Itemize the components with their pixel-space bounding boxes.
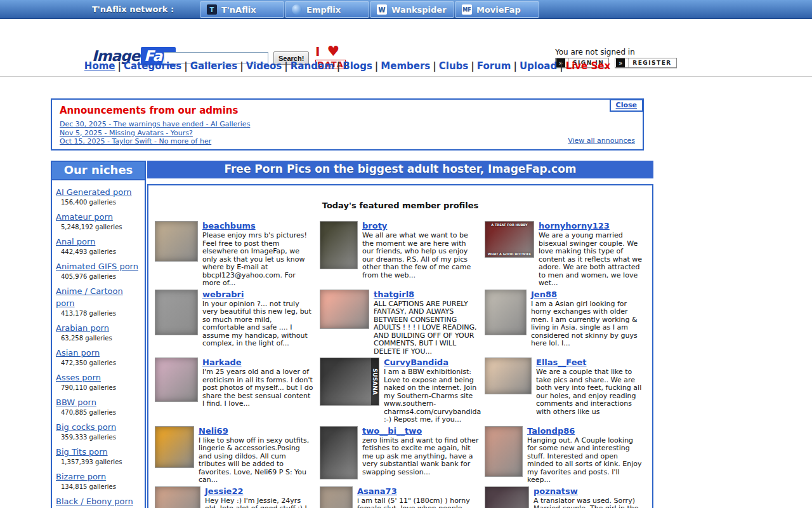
niche-link[interactable]: Big cocks porn <box>56 422 116 432</box>
niche-gallery-count: 359,333 galleries <box>61 434 142 441</box>
niche-link[interactable]: Asses porn <box>56 373 101 382</box>
announcement-link[interactable]: Nov 5, 2025 - Missing Avatars - Yours? <box>60 129 193 138</box>
niche-link[interactable]: Asian porn <box>56 348 100 358</box>
announcement-link[interactable]: Oct 15, 2025 - Taylor Swift - No more of… <box>60 137 211 146</box>
network-site-button[interactable]: MF MovieFap <box>455 1 539 18</box>
niche-gallery-count: 790,110 galleries <box>61 384 142 391</box>
nav-link-videos[interactable]: Videos <box>246 60 282 72</box>
heart-icon: ♥ <box>327 43 341 59</box>
nav-link-categories[interactable]: Categories <box>124 60 181 72</box>
featured-profile-card: Talondp86 Hanging out. A Couple looking … <box>485 424 648 485</box>
nav-separator: | <box>430 60 438 72</box>
nav-separator: | <box>334 60 343 72</box>
profile-username-link[interactable]: two__bi__two <box>362 426 422 436</box>
niche-gallery-count: 413,178 galleries <box>61 310 142 317</box>
nav-link-home[interactable]: Home <box>84 60 115 72</box>
niche-item: Bizarre porn 134,815 galleries <box>56 470 142 490</box>
profile-thumbnail[interactable] <box>485 426 523 477</box>
main-nav: Home|Categories|Galleries|Videos|Random|… <box>51 60 644 72</box>
network-bar-label: T'nAflix network : <box>92 4 174 14</box>
profile-thumbnail[interactable] <box>485 486 529 508</box>
niche-link[interactable]: Animated GIFS porn <box>56 262 138 271</box>
profile-username-link[interactable]: broty <box>362 221 387 231</box>
niche-item: Arabian porn 63,258 galleries <box>56 321 142 342</box>
profile-username-link[interactable]: Asana73 <box>357 486 397 496</box>
profile-thumbnail[interactable] <box>320 426 358 479</box>
niche-link[interactable]: AI Generated porn <box>56 187 132 197</box>
nav-link-members[interactable]: Members <box>381 60 430 72</box>
profile-thumbnail[interactable] <box>155 486 200 508</box>
profile-username-link[interactable]: webrabri <box>202 290 244 299</box>
profile-username-link[interactable]: Ellas__Feet <box>536 358 587 367</box>
featured-profile-card: thatgirl8 ALL CAPTIONS ARE PURELY FANTAS… <box>320 288 483 356</box>
niche-link[interactable]: Arabian porn <box>56 323 109 333</box>
profile-thumbnail[interactable] <box>155 221 198 262</box>
niche-link[interactable]: Big Tits porn <box>56 447 108 457</box>
nav-link-live-sex[interactable]: Live Sex <box>566 60 611 72</box>
nav-link-upload[interactable]: Upload <box>520 60 557 72</box>
profile-username-link[interactable]: Talondp86 <box>527 426 575 436</box>
nav-link-blogs[interactable]: Blogs <box>343 60 372 72</box>
niches-sidebar: Our niches AI Generated porn 156,400 gal… <box>51 161 146 508</box>
profile-thumbnail[interactable] <box>485 290 527 335</box>
niche-link[interactable]: Bizarre porn <box>56 472 106 481</box>
profile-username-link[interactable]: Neli69 <box>199 426 228 436</box>
nav-link-random[interactable]: Random <box>291 60 334 72</box>
niche-link[interactable]: Anal porn <box>56 237 95 246</box>
featured-profile-card: Harkade I'm 25 years old and a lover of … <box>155 356 318 408</box>
profile-username-link[interactable]: poznatsw <box>534 486 578 496</box>
network-site-button[interactable]: Empflix <box>285 1 369 18</box>
thumbnail-caption: SUSANA <box>371 358 379 405</box>
nav-link-clubs[interactable]: Clubs <box>439 60 469 72</box>
profile-thumbnail[interactable] <box>320 486 353 508</box>
nav-link-forum[interactable]: Forum <box>477 60 511 72</box>
profile-thumbnail[interactable] <box>320 221 358 269</box>
network-site-button[interactable]: T T'nAflix <box>200 1 284 18</box>
moviefap-icon: MF <box>462 4 472 15</box>
profiles-grid: beachbums Please enjoy mrs b's pictures!… <box>155 219 652 508</box>
profile-thumbnail[interactable] <box>485 358 532 394</box>
profile-username-link[interactable]: Jessie22 <box>205 486 244 496</box>
profile-thumbnail[interactable] <box>155 426 194 468</box>
announcements-close-button[interactable]: Close <box>611 100 642 110</box>
profile-thumbnail[interactable] <box>155 290 198 335</box>
profile-thumbnail[interactable]: SUSANA <box>320 358 379 406</box>
announcement-links: Dec 30, 2025 - The warnings have ended -… <box>60 120 643 146</box>
profile-username-link[interactable]: beachbums <box>202 221 256 231</box>
network-site-buttons: T T'nAflix Empflix W Wankspider MF Movie… <box>200 1 539 18</box>
featured-profile-card: Jen88 I am a Asian girl looking for horn… <box>485 288 648 348</box>
niche-item: Big cocks porn 359,333 galleries <box>56 420 142 441</box>
niche-item: Asses porn 790,110 galleries <box>56 371 142 391</box>
niche-link[interactable]: Amateur porn <box>56 212 113 222</box>
profile-thumbnail[interactable] <box>320 290 369 329</box>
profile-username-link[interactable]: Harkade <box>202 358 242 367</box>
announcements-title: Announcements from our admins <box>60 105 643 116</box>
nav-separator: | <box>115 60 124 72</box>
profile-thumbnail[interactable] <box>155 358 198 402</box>
niche-gallery-count: 470,885 galleries <box>61 409 142 416</box>
niche-gallery-count: 156,400 galleries <box>61 199 142 206</box>
profile-thumbnail[interactable]: A TREAT FOR HUBBYWHAT A GOOD HOTWIFE <box>485 221 534 258</box>
nav-link-galleries[interactable]: Galleries <box>190 60 238 72</box>
niche-item: AI Generated porn 156,400 galleries <box>56 185 142 206</box>
featured-profile-card: webrabri In your opinion ?... not truly … <box>155 288 318 348</box>
profile-username-link[interactable]: Jen88 <box>531 290 557 299</box>
empflix-icon <box>292 4 302 15</box>
niche-gallery-count: 442,493 galleries <box>61 248 142 255</box>
niche-link[interactable]: BBW porn <box>56 398 96 407</box>
niche-link[interactable]: Anime / Cartoon porn <box>56 286 123 308</box>
profile-username-link[interactable]: thatgirl8 <box>374 290 414 299</box>
network-site-button[interactable]: W Wankspider <box>370 1 454 18</box>
nav-separator: | <box>372 60 381 72</box>
view-all-announces-link[interactable]: View all announces <box>568 137 635 145</box>
profile-username-link[interactable]: CurvyBandida <box>384 358 449 367</box>
niche-link[interactable]: Black / Ebony porn <box>56 497 133 506</box>
network-bar: T'nAflix network : T T'nAflix Empflix W … <box>0 0 812 19</box>
signin-status-text: You are not signed in <box>555 48 635 57</box>
featured-profile-card: poznatsw A translator was used. Sorry) M… <box>485 485 648 508</box>
nav-separator: | <box>511 60 519 72</box>
announcement-link[interactable]: Dec 30, 2025 - The warnings have ended -… <box>60 120 250 129</box>
profile-username-link[interactable]: hornyhorny123 <box>539 221 610 231</box>
profile-description: In your opinion ?... not truly very beau… <box>202 300 315 348</box>
profile-description: i am tall (5' 11" (180cm) ) horny female… <box>357 497 480 508</box>
